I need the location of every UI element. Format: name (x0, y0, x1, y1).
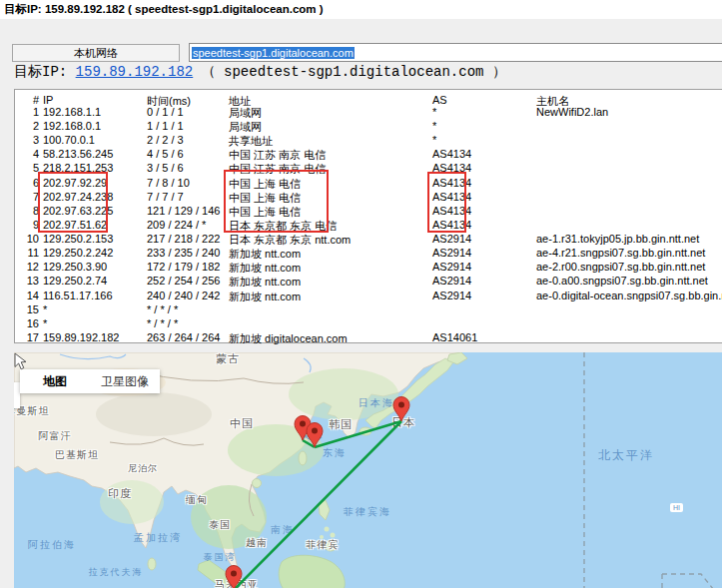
as-cell: * (432, 106, 436, 118)
latency-cell: 240 / 240 / 242 (147, 290, 220, 301)
latency-cell: 252 / 254 / 256 (147, 275, 220, 287)
hawaii-label: HI (670, 503, 683, 512)
map-pin-shanghai[interactable] (304, 420, 326, 448)
location-cell: 局域网 (229, 120, 262, 135)
latency-cell: 233 / 235 / 240 (147, 247, 220, 259)
location-cell: 中国 上海 电信 (229, 177, 301, 192)
ip-cell: 100.70.0.1 (43, 134, 95, 146)
as-cell: AS4134 (432, 191, 471, 203)
location-cell: 中国 上海 电信 (229, 191, 301, 206)
hostname-cell: ae-0.a00.sngpsi07.sg.bb.gin.ntt.net (536, 275, 708, 287)
hostname-cell: ae-2.r00.sngpsi07.sg.bb.gin.ntt.net (536, 261, 705, 273)
map-tab[interactable]: 地图 (20, 373, 90, 390)
table-row[interactable]: 6202.97.92.297 / 8 / 10中国 上海 电信AS4134 (15, 177, 722, 191)
ip-cell: 202.97.92.29 (43, 177, 107, 189)
location-cell: 局域网 (229, 106, 262, 121)
table-row[interactable]: 16** / * / * (15, 317, 722, 331)
hostname-cell: ae-1.r31.tokyjp05.jp.bb.gin.ntt.net (536, 233, 699, 245)
satellite-tab[interactable]: 卫星图像 (90, 373, 160, 390)
table-row[interactable]: 15** / * / * (15, 303, 722, 317)
hop-number: 5 (21, 162, 39, 174)
table-row[interactable]: 8202.97.63.225121 / 129 / 146中国 上海 电信AS4… (15, 205, 722, 219)
as-cell: AS4134 (432, 219, 471, 231)
hop-number: 1 (21, 106, 39, 118)
table-row[interactable]: 17159.89.192.182263 / 264 / 264新加坡 digit… (15, 331, 722, 345)
hop-number: 12 (21, 261, 39, 273)
latency-cell: 7 / 7 / 7 (147, 191, 184, 203)
ip-cell: 129.250.3.90 (43, 261, 107, 273)
table-row[interactable]: 7202.97.24.2387 / 7 / 7中国 上海 电信AS4134 (15, 191, 722, 205)
hop-number: 15 (21, 303, 39, 315)
route-map[interactable]: 蒙古中国韩国日本越南泰国缅甸菲律宾印度尼泊尔巴基斯坦阿富汗土库曼斯坦马来西亚日本… (14, 352, 722, 588)
table-row[interactable]: 9202.97.51.62209 / 224 / *日本 东京都 东京 电信AS… (15, 219, 722, 233)
page-title: 目标IP: 159.89.192.182 ( speedtest-sgp1.di… (4, 2, 324, 17)
location-cell: 中国 江苏 南京 电信 (229, 148, 326, 163)
latency-cell: * / * / * (147, 317, 178, 329)
ip-cell: 159.89.192.182 (43, 331, 119, 343)
as-cell: AS4134 (432, 162, 471, 174)
as-cell: AS2914 (432, 247, 471, 259)
trace-panel: 本机网络 speedtest-sgp1.digitalocean.com 目标I… (0, 19, 722, 588)
table-row[interactable]: 12129.250.3.90172 / 179 / 182新加坡 ntt.com… (15, 261, 722, 275)
table-row[interactable]: 14116.51.17.166240 / 240 / 242新加坡 ntt.co… (15, 290, 722, 303)
ip-cell: 58.213.56.245 (43, 148, 113, 160)
table-row[interactable]: 3100.70.0.12 / 2 / 3共享地址* (15, 134, 722, 148)
hop-number: 14 (21, 290, 39, 301)
latency-cell: 209 / 224 / * (147, 219, 206, 231)
location-cell: 中国 江苏 南京 电信 (229, 162, 326, 177)
mouse-cursor-icon (14, 352, 27, 370)
location-cell: 新加坡 digitalocean.com (229, 331, 348, 346)
host-input-selected-text: speedtest-sgp1.digitalocean.com (192, 47, 355, 59)
map-type-control: 地图 卫星图像 (20, 369, 160, 393)
latency-cell: 1 / 1 / 1 (147, 120, 184, 132)
hop-number: 13 (21, 275, 39, 287)
latency-cell: 217 / 218 / 222 (147, 233, 220, 245)
hop-number: 10 (21, 233, 39, 245)
hop-number: 7 (21, 191, 39, 203)
as-cell: * (432, 120, 436, 132)
latency-cell: 7 / 8 / 10 (147, 177, 190, 189)
hop-number: 9 (21, 219, 39, 231)
as-cell: AS4134 (432, 148, 471, 160)
location-cell: 日本 东京都 东京 ntt.com (229, 233, 351, 248)
latency-cell: 172 / 179 / 182 (147, 261, 220, 273)
table-row[interactable]: 10129.250.2.153217 / 218 / 222日本 东京都 东京 … (15, 233, 722, 247)
local-network-button[interactable]: 本机网络 (12, 44, 180, 62)
ip-cell: 129.250.2.74 (43, 275, 107, 287)
location-cell: 新加坡 ntt.com (229, 275, 301, 290)
as-cell: AS2914 (432, 261, 471, 273)
latency-cell: 0 / 1 / 1 (147, 106, 184, 118)
ip-cell: * (43, 303, 47, 315)
location-cell: 新加坡 ntt.com (229, 290, 301, 304)
latency-cell: 263 / 264 / 264 (147, 331, 220, 343)
table-row[interactable]: 2192.168.0.11 / 1 / 1局域网* (15, 120, 722, 134)
ip-cell: * (43, 317, 47, 329)
ip-cell: 202.97.24.238 (43, 191, 113, 203)
table-row[interactable]: 13129.250.2.74252 / 254 / 256新加坡 ntt.com… (15, 275, 722, 289)
as-cell: AS2914 (432, 290, 471, 301)
ip-cell: 202.97.51.62 (43, 219, 107, 231)
map-pin-tokyo[interactable] (390, 394, 412, 422)
location-cell: 中国 上海 电信 (229, 205, 301, 220)
ip-cell: 192.168.1.1 (43, 106, 101, 118)
map-pin-singapore[interactable] (223, 563, 245, 588)
hop-number: 11 (21, 247, 39, 259)
table-row[interactable]: 1192.168.1.10 / 1 / 1局域网*NewWifiD2.lan (15, 106, 722, 120)
table-row[interactable]: 458.213.56.2454 / 5 / 6中国 江苏 南京 电信AS4134 (15, 148, 722, 162)
latency-cell: 121 / 129 / 146 (147, 205, 220, 217)
hostname-cell: ae-0.digital-ocean.sngpsi07.sg.bb.gin.nt… (536, 290, 722, 301)
as-cell: * (432, 134, 436, 146)
table-row[interactable]: 5218.2.151.2533 / 5 / 6中国 江苏 南京 电信AS4134 (15, 162, 722, 176)
target-ip-line: 目标IP: 159.89.192.182 （ speedtest-sgp1.di… (14, 63, 506, 81)
target-host-suffix: （ speedtest-sgp1.digitalocean.com ） (193, 64, 506, 80)
latency-cell: 3 / 5 / 6 (147, 162, 184, 174)
target-ip-label: 目标IP: (14, 64, 76, 80)
table-row[interactable]: 11129.250.2.242233 / 235 / 240新加坡 ntt.co… (15, 247, 722, 261)
host-input[interactable]: speedtest-sgp1.digitalocean.com (189, 43, 722, 62)
as-cell: AS4134 (432, 177, 471, 189)
hop-number: 4 (21, 148, 39, 160)
target-ip-link[interactable]: 159.89.192.182 (76, 64, 194, 80)
location-cell: 新加坡 ntt.com (229, 261, 301, 276)
location-cell: 日本 东京都 东京 电信 (229, 219, 337, 234)
hostname-cell: ae-4.r21.sngpsi07.sg.bb.gin.ntt.net (536, 247, 705, 259)
